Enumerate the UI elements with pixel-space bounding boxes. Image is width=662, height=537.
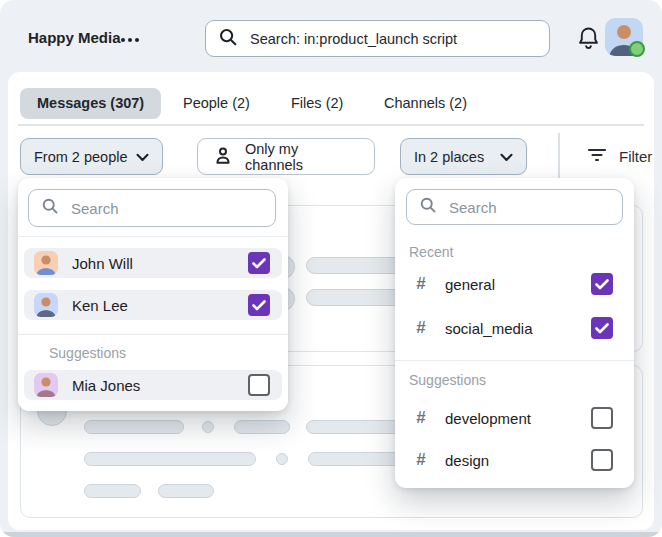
avatar — [34, 293, 58, 317]
search-query-text: Search: in:product_launch script — [250, 31, 457, 47]
hash-icon: # — [414, 450, 428, 470]
filter-button-label: Filter — [619, 148, 652, 165]
skeleton-bar — [84, 452, 256, 466]
person-checkbox[interactable] — [248, 294, 270, 316]
person-icon — [214, 146, 232, 168]
people-search-input[interactable]: Search — [28, 189, 276, 227]
channel-row-design[interactable]: # design — [403, 445, 626, 475]
person-row-mia-jones[interactable]: Mia Jones — [24, 370, 282, 400]
from-people-filter-chip[interactable]: From 2 people — [20, 138, 163, 175]
channels-dropdown-panel: Search Recent # general # social_media S… — [395, 178, 634, 488]
panel-divider — [18, 236, 288, 237]
window-bottom-edge — [0, 532, 662, 537]
app-window: Happy Media Search: in:product_launch sc… — [0, 0, 662, 537]
channel-checkbox[interactable] — [591, 273, 613, 295]
person-name: Mia Jones — [72, 377, 234, 394]
person-checkbox[interactable] — [248, 374, 270, 396]
only-my-channels-label: Only my channels — [245, 141, 358, 173]
skeleton-bar — [84, 420, 184, 434]
channel-checkbox[interactable] — [591, 317, 613, 339]
person-name: Ken Lee — [72, 297, 234, 314]
filter-icon — [588, 148, 606, 165]
channel-name: development — [445, 410, 574, 427]
avatar — [34, 373, 58, 397]
chevron-down-icon — [500, 149, 513, 165]
people-search-placeholder: Search — [71, 200, 119, 217]
tab-channels[interactable]: Channels (2) — [384, 88, 467, 119]
skeleton-bar — [158, 484, 214, 498]
skeleton-dot — [276, 453, 288, 465]
filter-button[interactable]: Filter — [588, 138, 652, 175]
person-name: John Will — [72, 255, 234, 272]
in-places-filter-label: In 2 places — [414, 149, 484, 165]
channels-recent-label: Recent — [409, 244, 453, 260]
channels-search-placeholder: Search — [449, 199, 497, 216]
channel-row-development[interactable]: # development — [403, 403, 626, 433]
panel-divider — [395, 360, 634, 361]
tab-files[interactable]: Files (2) — [291, 88, 343, 119]
chevron-down-icon — [136, 149, 149, 165]
in-places-filter-chip[interactable]: In 2 places — [400, 138, 527, 175]
tab-messages[interactable]: Messages (307) — [20, 88, 161, 119]
tabs-divider — [18, 124, 644, 126]
person-checkbox[interactable] — [248, 252, 270, 274]
skeleton-bar — [84, 484, 141, 498]
skeleton-bar — [234, 420, 290, 434]
channels-suggestions-label: Suggestions — [409, 372, 486, 388]
channel-checkbox[interactable] — [591, 449, 613, 471]
skeleton-dot — [202, 421, 214, 433]
hash-icon: # — [414, 318, 428, 338]
channels-search-input[interactable]: Search — [406, 189, 623, 225]
tab-people[interactable]: People (2) — [183, 88, 250, 119]
hash-icon: # — [414, 274, 428, 294]
hash-icon: # — [414, 408, 428, 428]
channel-checkbox[interactable] — [591, 407, 613, 429]
panel-divider — [18, 334, 288, 335]
online-status-dot — [629, 41, 645, 57]
people-suggestions-label: Suggestions — [49, 345, 126, 361]
notifications-bell-icon[interactable] — [577, 25, 600, 55]
channel-name: general — [445, 276, 574, 293]
channel-name: design — [445, 452, 574, 469]
from-people-filter-label: From 2 people — [34, 149, 128, 165]
person-row-ken-lee[interactable]: Ken Lee — [24, 290, 282, 320]
search-icon — [218, 27, 238, 51]
toolbar-divider — [558, 133, 560, 179]
channel-row-general[interactable]: # general — [403, 269, 626, 299]
only-my-channels-filter-chip[interactable]: Only my channels — [197, 138, 375, 175]
overflow-menu-icon[interactable] — [121, 38, 139, 42]
channel-row-social-media[interactable]: # social_media — [403, 313, 626, 343]
search-icon — [419, 196, 437, 218]
avatar — [34, 251, 58, 275]
global-search-input[interactable]: Search: in:product_launch script — [205, 20, 550, 57]
search-icon — [41, 197, 59, 219]
channel-name: social_media — [445, 320, 574, 337]
workspace-title: Happy Media — [28, 29, 121, 46]
people-dropdown-panel: Search John Will Ken Lee Suggestions — [18, 178, 288, 411]
person-row-john-will[interactable]: John Will — [24, 248, 282, 278]
